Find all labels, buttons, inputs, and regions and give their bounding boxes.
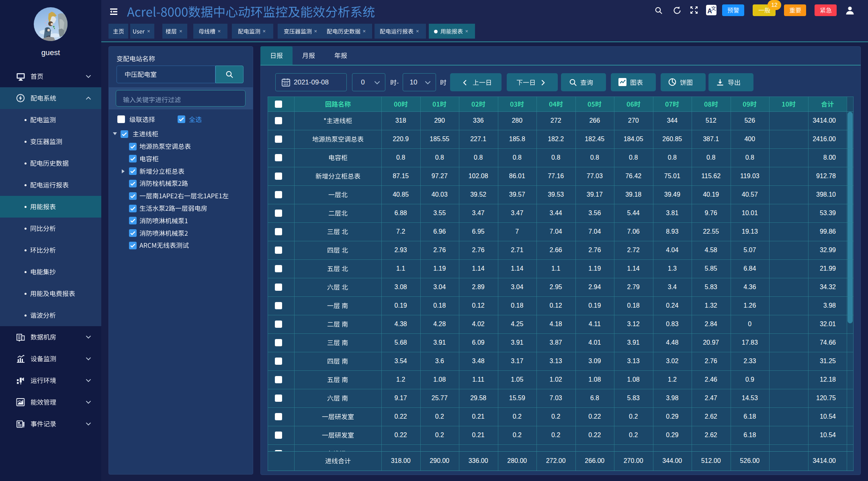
- svg-text:A: A: [707, 8, 712, 14]
